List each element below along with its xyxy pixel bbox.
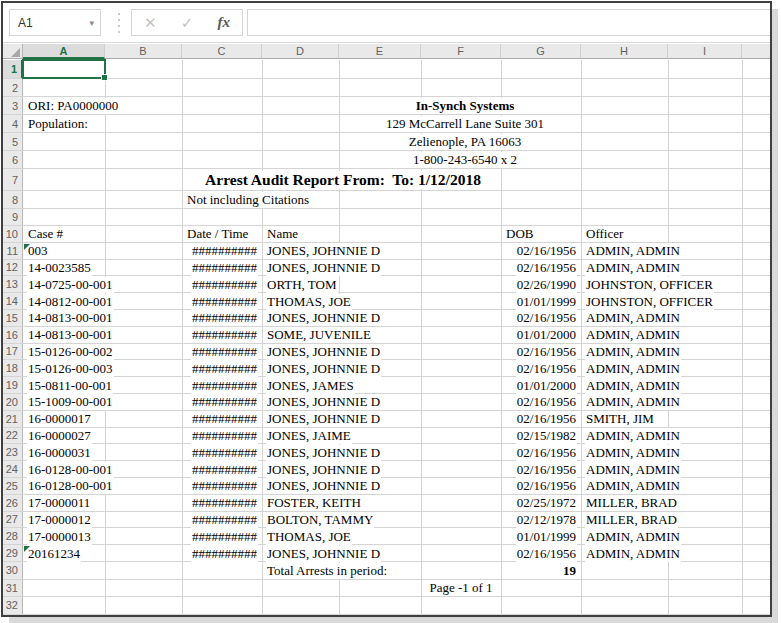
date-cell[interactable]: ##########: [182, 360, 258, 377]
row-header-5[interactable]: 5: [3, 133, 23, 150]
company-address1[interactable]: 129 McCarrell Lane Suite 301: [262, 115, 668, 133]
dob-cell[interactable]: 02/16/1956: [501, 461, 577, 478]
case-cell[interactable]: 15-0811-00-001: [27, 377, 113, 394]
case-cell[interactable]: 16-0000027: [27, 428, 92, 445]
row-header-15[interactable]: 15: [3, 310, 23, 326]
officer-cell[interactable]: JOHNSTON, OFFICER: [585, 276, 714, 293]
officer-cell[interactable]: JOHNSTON, OFFICER: [585, 293, 714, 310]
dob-cell[interactable]: 02/12/1978: [501, 512, 577, 529]
dob-cell[interactable]: 01/01/1999: [501, 528, 577, 545]
ori-label[interactable]: ORI: PA0000000: [27, 97, 119, 115]
row-header-16[interactable]: 16: [3, 327, 23, 343]
cancel-icon[interactable]: ✕: [144, 14, 157, 32]
name-cell[interactable]: FOSTER, KEITH: [266, 495, 362, 512]
officer-cell[interactable]: ADMIN, ADMIN: [585, 478, 681, 495]
dob-cell[interactable]: 02/16/1956: [501, 344, 577, 361]
case-cell[interactable]: 16-0000017: [27, 411, 92, 428]
case-cell[interactable]: 20161234: [27, 545, 81, 562]
name-cell[interactable]: THOMAS, JOE: [266, 293, 352, 310]
total-value[interactable]: 19: [501, 562, 577, 580]
case-cell[interactable]: 15-1009-00-001: [27, 394, 114, 411]
report-subtitle[interactable]: Not including Citations: [186, 191, 310, 209]
row-header-24[interactable]: 24: [3, 461, 23, 477]
dob-cell[interactable]: 02/16/1956: [501, 545, 577, 562]
row-header-27[interactable]: 27: [3, 512, 23, 528]
row-header-26[interactable]: 26: [3, 495, 23, 511]
name-cell[interactable]: JONES, JOHNNIE D: [266, 545, 381, 562]
dob-cell[interactable]: 01/01/2000: [501, 327, 577, 344]
column-header-H[interactable]: H: [581, 44, 668, 58]
officer-cell[interactable]: ADMIN, ADMIN: [585, 327, 681, 344]
dob-cell[interactable]: 02/16/1956: [501, 394, 577, 411]
date-cell[interactable]: ##########: [182, 411, 258, 428]
officer-cell[interactable]: MILLER, BRAD: [585, 512, 678, 529]
case-cell[interactable]: 14-0813-00-001: [27, 327, 114, 344]
officer-cell[interactable]: MILLER, BRAD: [585, 495, 678, 512]
company-address2[interactable]: Zelienople, PA 16063: [262, 133, 668, 151]
column-header-E[interactable]: E: [339, 44, 421, 58]
row-header-3[interactable]: 3: [3, 97, 23, 114]
date-cell[interactable]: ##########: [182, 528, 258, 545]
column-header-G[interactable]: G: [501, 44, 581, 58]
officer-cell[interactable]: ADMIN, ADMIN: [585, 360, 681, 377]
row-header-11[interactable]: 11: [3, 243, 23, 259]
column-header-C[interactable]: C: [182, 44, 262, 58]
name-cell[interactable]: SOME, JUVENILE: [266, 327, 372, 344]
officer-cell[interactable]: ADMIN, ADMIN: [585, 243, 681, 260]
dob-cell[interactable]: 01/01/1999: [501, 293, 577, 310]
dob-cell[interactable]: 02/25/1972: [501, 495, 577, 512]
column-header-A[interactable]: A: [23, 44, 105, 59]
case-cell[interactable]: 14-0725-00-001: [27, 276, 114, 293]
row-header-31[interactable]: 31: [3, 580, 23, 597]
case-cell[interactable]: 14-0813-00-001: [27, 310, 114, 327]
date-cell[interactable]: ##########: [182, 327, 258, 344]
name-cell[interactable]: JONES, JOHNNIE D: [266, 344, 381, 361]
dob-cell[interactable]: 02/16/1956: [501, 360, 577, 377]
name-cell[interactable]: JONES, JOHNNIE D: [266, 260, 381, 277]
dob-cell[interactable]: 02/16/1956: [501, 411, 577, 428]
case-cell[interactable]: 16-0000031: [27, 444, 92, 461]
name-cell[interactable]: JONES, JOHNNIE D: [266, 360, 381, 377]
name-cell[interactable]: JONES, JOHNNIE D: [266, 444, 381, 461]
row-header-23[interactable]: 23: [3, 444, 23, 460]
col-label-officer[interactable]: Officer: [585, 226, 624, 243]
name-cell[interactable]: BOLTON, TAMMY: [266, 512, 374, 529]
date-cell[interactable]: ##########: [182, 394, 258, 411]
name-cell[interactable]: JONES, JOHNNIE D: [266, 243, 381, 260]
report-title[interactable]: Arrest Audit Report From: To: 1/12/2018: [105, 169, 581, 191]
row-header-7[interactable]: 7: [3, 169, 23, 190]
row-header-13[interactable]: 13: [3, 276, 23, 292]
row-header-2[interactable]: 2: [3, 79, 23, 96]
col-label-datetime[interactable]: Date / Time: [186, 226, 249, 243]
dob-cell[interactable]: 02/16/1956: [501, 444, 577, 461]
officer-cell[interactable]: ADMIN, ADMIN: [585, 310, 681, 327]
row-header-28[interactable]: 28: [3, 528, 23, 544]
col-label-name[interactable]: Name: [266, 226, 299, 243]
officer-cell[interactable]: SMITH, JIM: [585, 411, 655, 428]
date-cell[interactable]: ##########: [182, 428, 258, 445]
row-header-22[interactable]: 22: [3, 428, 23, 444]
name-cell[interactable]: JONES, JAMES: [266, 377, 355, 394]
col-label-case[interactable]: Case #: [27, 226, 64, 243]
dob-cell[interactable]: 02/16/1956: [501, 310, 577, 327]
date-cell[interactable]: ##########: [182, 461, 258, 478]
dob-cell[interactable]: 02/16/1956: [501, 478, 577, 495]
case-cell[interactable]: 14-0812-00-001: [27, 293, 114, 310]
dob-cell[interactable]: 02/15/1982: [501, 428, 577, 445]
name-cell[interactable]: JONES, JOHNNIE D: [266, 394, 381, 411]
date-cell[interactable]: ##########: [182, 444, 258, 461]
name-cell[interactable]: JONES, JOHNNIE D: [266, 310, 381, 327]
officer-cell[interactable]: ADMIN, ADMIN: [585, 344, 681, 361]
select-all-corner[interactable]: [3, 44, 23, 58]
date-cell[interactable]: ##########: [182, 243, 258, 260]
dob-cell[interactable]: 02/26/1990: [501, 276, 577, 293]
insert-function-icon[interactable]: fx: [217, 14, 230, 31]
row-header-29[interactable]: 29: [3, 545, 23, 561]
name-cell[interactable]: JONES, JOHNNIE D: [266, 478, 381, 495]
officer-cell[interactable]: ADMIN, ADMIN: [585, 444, 681, 461]
row-header-8[interactable]: 8: [3, 191, 23, 208]
fill-handle[interactable]: [102, 75, 107, 80]
date-cell[interactable]: ##########: [182, 478, 258, 495]
name-box[interactable]: A1 ▾: [9, 9, 101, 36]
enter-icon[interactable]: ✓: [181, 14, 194, 32]
